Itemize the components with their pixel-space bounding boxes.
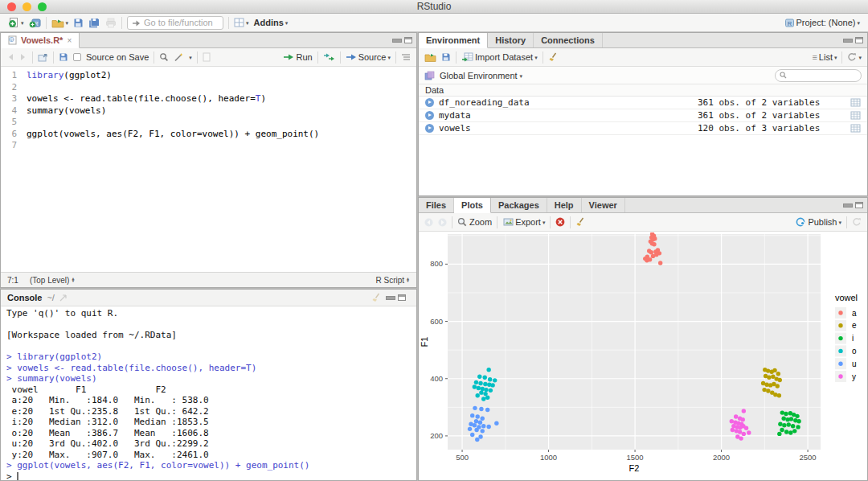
save-button[interactable] (73, 18, 84, 28)
doc-type-selector[interactable]: R Script ▲▼ (375, 276, 410, 285)
plots-tabbar: FilesPlotsPackagesHelpViewer (419, 198, 867, 213)
popout-icon[interactable] (59, 294, 68, 302)
tab-environment[interactable]: Environment (419, 33, 488, 48)
minimize-pane-button[interactable] (843, 37, 851, 43)
global-environment-icon (424, 71, 435, 80)
tab-connections[interactable]: Connections (534, 33, 603, 47)
list-icon: ≡ (812, 52, 817, 62)
save-workspace-icon[interactable] (441, 52, 451, 62)
print-button[interactable] (105, 18, 117, 28)
project-menu[interactable]: R Project: (None) ▾ (784, 18, 861, 28)
environment-object-row[interactable]: mydata361 obs. of 2 variables (419, 109, 867, 122)
code-line[interactable]: 1library(ggplot2) (1, 70, 416, 82)
console-line: i:20 Median :312.0 Median :1853.5 (6, 417, 411, 428)
publish-button[interactable]: Publish ▾ (796, 217, 841, 227)
view-object-grid-icon[interactable] (850, 124, 861, 133)
clear-environment-broom-icon[interactable] (548, 52, 559, 62)
export-label: Export (515, 217, 541, 227)
environment-object-row[interactable]: df_noreading_data361 obs. of 2 variables (419, 97, 867, 109)
refresh-environment-button[interactable]: ▾ (847, 52, 862, 62)
load-workspace-icon[interactable] (424, 52, 436, 62)
code-tools-wand-icon[interactable] (174, 52, 184, 62)
zoom-window-button[interactable] (38, 2, 47, 11)
console-pane: Console ~/ Type 'q()' to quit R. [Worksp… (0, 289, 417, 481)
goto-file-input[interactable] (144, 18, 219, 27)
code-editor[interactable]: 1library(ggplot2)2 3vowels <- read.table… (1, 68, 416, 272)
save-all-button[interactable] (88, 18, 100, 28)
minimize-pane-button[interactable] (392, 37, 400, 43)
pane-layout-button[interactable]: ▾ (234, 18, 249, 27)
titlebar: RStudio (0, 0, 868, 14)
minimize-window-button[interactable] (23, 2, 31, 11)
chevron-down-icon: ▾ (520, 73, 523, 80)
new-project-button[interactable]: R (29, 17, 41, 28)
close-tab-icon[interactable]: × (67, 36, 72, 45)
code-line[interactable]: 7 (1, 140, 416, 152)
code-line[interactable]: 6ggplot(vowels, aes(F2, F1, color=vowel)… (1, 129, 416, 141)
environment-object-row[interactable]: vowels120 obs. of 3 variables (419, 122, 867, 135)
svg-text:a: a (852, 309, 857, 318)
console-command: > library(ggplot2) (6, 352, 411, 363)
remove-plot-icon[interactable] (555, 217, 565, 227)
tab-help[interactable]: Help (547, 198, 582, 212)
code-line[interactable]: 4summary(vowels) (1, 105, 416, 117)
next-plot-icon[interactable] (438, 218, 447, 227)
svg-text:1000: 1000 (540, 453, 557, 462)
open-file-button[interactable]: ▾ (51, 18, 69, 28)
export-menu[interactable]: Export ▾ (502, 217, 545, 227)
close-window-button[interactable] (7, 2, 16, 11)
zoom-plot-button[interactable]: Zoom (457, 217, 492, 227)
global-environment-selector[interactable]: Global Environment ▾ (440, 71, 522, 80)
compile-report-icon[interactable] (203, 52, 211, 62)
list-view-menu[interactable]: ≡ List ▾ (812, 52, 837, 62)
svg-text:200: 200 (430, 431, 443, 440)
back-icon[interactable] (6, 53, 14, 61)
maximize-pane-button[interactable] (398, 294, 406, 301)
import-dataset-icon (461, 52, 473, 62)
previous-plot-icon[interactable] (424, 218, 433, 227)
forward-icon[interactable] (19, 53, 27, 61)
tab-vowels-r[interactable]: R Vowels.R* × (1, 33, 80, 48)
source-button[interactable]: Source ▾ (346, 52, 391, 62)
object-name: vowels (439, 123, 693, 134)
tab-viewer[interactable]: Viewer (582, 198, 625, 212)
open-in-new-window-icon[interactable] (38, 53, 48, 62)
code-line[interactable]: 2 (1, 82, 416, 94)
expand-object-icon[interactable] (425, 124, 434, 133)
object-description: 361 obs. of 2 variables (698, 97, 845, 108)
code-line[interactable]: 3vowels <- read.table(file.choose(), hea… (1, 93, 416, 105)
view-object-grid-icon[interactable] (850, 98, 861, 107)
object-name: mydata (439, 110, 693, 121)
environment-search-input[interactable] (789, 71, 857, 80)
rerun-icon[interactable] (323, 53, 335, 61)
clear-console-broom-icon[interactable] (371, 293, 382, 302)
minimize-pane-button[interactable] (843, 202, 851, 208)
code-text: library(ggplot2) (27, 70, 112, 82)
view-object-grid-icon[interactable] (850, 111, 861, 120)
expand-object-icon[interactable] (425, 111, 434, 120)
tab-files[interactable]: Files (419, 198, 454, 212)
new-file-button[interactable]: ▾ (8, 17, 24, 28)
refresh-plots-icon[interactable] (852, 217, 862, 227)
save-icon[interactable] (59, 52, 68, 62)
addins-menu[interactable]: Addins ▾ (254, 18, 289, 27)
run-button[interactable]: Run (283, 52, 312, 62)
expand-object-icon[interactable] (425, 98, 434, 107)
tab-plots[interactable]: Plots (454, 198, 491, 213)
source-toolbar: Source on Save ▾ Run Source ▾ (1, 48, 416, 67)
minimize-pane-button[interactable] (386, 294, 394, 301)
maximize-pane-button[interactable] (855, 37, 863, 43)
console-output[interactable]: Type 'q()' to quit R. [Workspace loaded … (1, 306, 416, 481)
maximize-pane-button[interactable] (404, 37, 412, 43)
document-outline-icon[interactable] (401, 53, 411, 61)
maximize-pane-button[interactable] (855, 202, 863, 208)
source-on-save-checkbox[interactable] (73, 53, 81, 61)
code-line[interactable]: 5 (1, 117, 416, 129)
import-dataset-menu[interactable]: Import Dataset ▾ (461, 52, 538, 62)
line-number: 1 (1, 70, 27, 82)
tab-packages[interactable]: Packages (491, 198, 547, 212)
find-replace-icon[interactable] (159, 52, 169, 62)
clear-plots-broom-icon[interactable] (575, 217, 586, 227)
scope-selector[interactable]: (Top Level) ▲▼ (30, 276, 75, 285)
tab-history[interactable]: History (488, 33, 534, 47)
